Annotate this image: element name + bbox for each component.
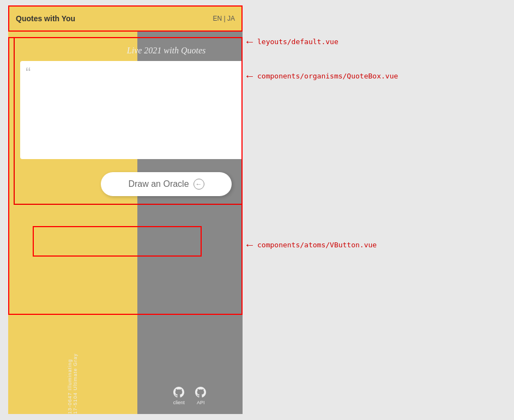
lang-sep: | bbox=[224, 15, 226, 22]
open-quote-icon: “ bbox=[26, 65, 31, 81]
github-api-icon bbox=[194, 386, 207, 399]
body-split: Live 2021 with Quotes “ ” Draw an Oracle… bbox=[8, 32, 243, 349]
quote-content bbox=[28, 68, 243, 144]
quote-box-component: Live 2021 with Quotes “ ” Draw an Oracle… bbox=[14, 37, 243, 205]
api-link[interactable]: API bbox=[194, 386, 207, 405]
annotation-quotebox: ← components/organisms/QuoteBox.vue bbox=[244, 70, 398, 82]
lang-switcher[interactable]: EN | JA bbox=[213, 15, 235, 22]
app-container: Quotes with You EN | JA Live 2021 with Q… bbox=[8, 5, 243, 414]
annotation-layouts-label: leyouts/default.vue bbox=[257, 38, 338, 46]
client-link[interactable]: client bbox=[172, 386, 185, 405]
nav-header: Quotes with You EN | JA bbox=[8, 5, 243, 32]
annotation-layouts: ← leyouts/default.vue bbox=[244, 35, 338, 48]
annotation-quotebox-label: components/organisms/QuoteBox.vue bbox=[257, 72, 398, 80]
quote-subtitle: Live 2021 with Quotes bbox=[15, 38, 243, 61]
app-title: Quotes with You bbox=[16, 14, 75, 23]
draw-button-label: Draw an Oracle bbox=[128, 179, 189, 189]
api-label: API bbox=[197, 400, 205, 405]
draw-arrow-icon: ← bbox=[193, 179, 204, 190]
draw-oracle-button[interactable]: Draw an Oracle ← bbox=[101, 172, 231, 196]
footer-yellow: 13-0647 Illuminating 17-5104 Ultimate Gr… bbox=[8, 349, 137, 414]
annotation-vbutton-label: components/atoms/VButton.vue bbox=[257, 241, 377, 249]
footer-gray: client API bbox=[137, 349, 243, 414]
quote-text-box: “ ” bbox=[20, 61, 243, 159]
lang-en[interactable]: EN bbox=[213, 15, 222, 22]
github-client-icon bbox=[172, 386, 185, 399]
annotation-vbutton: ← components/atoms/VButton.vue bbox=[244, 239, 377, 251]
color-code: 13-0647 Illuminating 17-5104 Ultimate Gr… bbox=[67, 349, 78, 414]
lang-ja[interactable]: JA bbox=[227, 15, 235, 22]
draw-button-area: Draw an Oracle ← bbox=[15, 165, 243, 204]
arrow-left-layouts: ← bbox=[244, 35, 255, 48]
arrow-left-quotebox: ← bbox=[244, 70, 255, 82]
header-divider bbox=[106, 31, 144, 32]
footer-links: client API bbox=[172, 386, 207, 405]
arrow-left-vbutton: ← bbox=[244, 239, 255, 251]
client-label: client bbox=[173, 400, 185, 405]
footer: 13-0647 Illuminating 17-5104 Ultimate Gr… bbox=[8, 349, 243, 414]
